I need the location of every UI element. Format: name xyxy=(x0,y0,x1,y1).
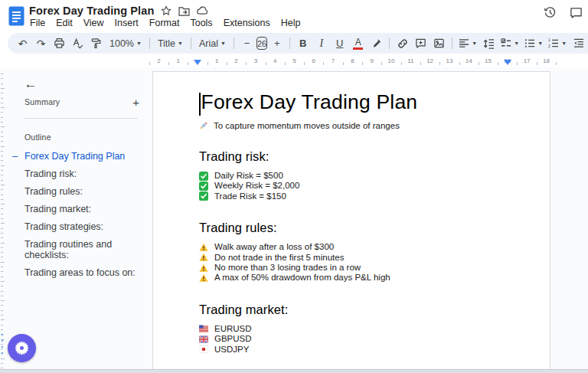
version-history-icon[interactable] xyxy=(544,6,557,19)
italic-button[interactable]: I xyxy=(312,34,330,52)
decrease-indent-button[interactable] xyxy=(570,34,587,52)
google-docs-window: Forex Day Trading Plan FileEditViewInser… xyxy=(0,0,588,373)
doc-list-item[interactable]: Weekly Risk = $2,000 xyxy=(199,181,507,191)
doc-list-item[interactable]: No more than 3 losing trades in a row xyxy=(199,263,507,273)
menu-format[interactable]: Format xyxy=(144,16,185,30)
indent-marker[interactable] xyxy=(504,60,511,65)
summary-label: Summary xyxy=(24,97,60,106)
bulleted-list-button[interactable]: ▼ xyxy=(522,34,545,52)
paint-format-button[interactable] xyxy=(87,34,105,52)
undo-button[interactable]: ↶ xyxy=(14,34,31,52)
align-button[interactable]: ▼ xyxy=(456,34,479,52)
menu-edit[interactable]: Edit xyxy=(51,16,78,30)
menu-insert[interactable]: Insert xyxy=(109,16,144,30)
vruler-tick xyxy=(1,305,3,306)
svg-text:2: 2 xyxy=(548,44,550,48)
ruler-number: 1 xyxy=(176,57,179,64)
paragraph-style-select[interactable]: Title▼ xyxy=(154,34,187,52)
close-outline-button[interactable]: ← xyxy=(20,74,41,95)
menu-file[interactable]: File xyxy=(24,16,51,30)
font-family-select[interactable]: Arial▼ xyxy=(195,34,230,52)
cloud-status-icon[interactable] xyxy=(197,6,209,15)
horizontal-ruler[interactable]: 21123456789101112131415161718 xyxy=(142,55,588,67)
ruler-number: 6 xyxy=(312,57,315,64)
outline-item[interactable]: Trading routines and checklists: xyxy=(6,235,145,263)
toolbar-divider xyxy=(389,38,390,49)
decrease-font-size-button[interactable]: − xyxy=(238,34,256,52)
menu-view[interactable]: View xyxy=(78,16,109,30)
toolbar-divider xyxy=(452,38,452,49)
numbered-list-button[interactable]: 1 2 ▼ xyxy=(546,34,569,52)
redo-button[interactable]: ↷ xyxy=(32,34,50,52)
doc-list-item[interactable]: EURUSD xyxy=(199,324,507,334)
vertical-ruler[interactable] xyxy=(0,67,6,373)
doc-list-text: USDJPY xyxy=(214,345,249,355)
vruler-tick xyxy=(1,151,3,152)
star-icon[interactable] xyxy=(161,5,172,16)
svg-text:1: 1 xyxy=(548,38,550,42)
menu-help[interactable]: Help xyxy=(276,16,306,30)
outline-item[interactable]: Trading risk: xyxy=(6,165,145,182)
doc-list-text: Weekly Risk = $2,000 xyxy=(214,181,299,191)
doc-list-item[interactable]: Daily Risk = $500 xyxy=(199,171,507,181)
doc-body-title[interactable]: Forex Day Trading Plan xyxy=(201,90,418,114)
doc-list-item[interactable]: A max of 50% drawdown from days P&L high xyxy=(199,273,507,283)
chevron-down-icon: ▼ xyxy=(136,41,142,46)
document-title[interactable]: Forex Day Trading Plan xyxy=(29,5,154,17)
docs-logo-icon[interactable] xyxy=(8,6,24,26)
spellcheck-button[interactable] xyxy=(69,34,87,52)
outline-item[interactable]: Trading strategies: xyxy=(6,218,145,235)
warning-emoji xyxy=(199,243,208,252)
document-page[interactable]: Forex Day Trading Plan To capture moment… xyxy=(152,71,550,373)
outline-label: Outline xyxy=(24,133,51,142)
print-button[interactable] xyxy=(51,34,68,52)
section-heading[interactable]: Trading market: xyxy=(199,303,507,317)
vruler-tick xyxy=(1,165,5,166)
ruler-number: 12 xyxy=(426,57,433,64)
section-heading[interactable]: Trading risk: xyxy=(199,149,507,164)
doc-list-item[interactable]: Walk away after a loss of $300 xyxy=(199,242,507,252)
indent-marker[interactable] xyxy=(194,60,201,65)
increase-font-size-button[interactable]: + xyxy=(268,34,286,52)
check-emoji xyxy=(199,191,208,201)
outline-item[interactable]: Trading areas to focus on: xyxy=(6,263,145,281)
bold-button[interactable]: B xyxy=(294,34,312,52)
doc-list-text: Do not trade in the first 5 minutes xyxy=(214,253,344,263)
section-heading[interactable]: Trading rules: xyxy=(199,221,507,235)
outline-item[interactable]: Forex Day Trading Plan xyxy=(6,147,145,165)
add-comment-button[interactable] xyxy=(412,34,430,52)
font-size-input[interactable]: 26 xyxy=(256,37,267,50)
doc-tagline[interactable]: To capture momentum moves outside of ran… xyxy=(199,121,507,130)
doc-list-item[interactable]: Do not trade in the first 5 minutes xyxy=(199,253,507,263)
flag-jp-emoji xyxy=(199,345,208,354)
doc-list-text: GBPUSD xyxy=(214,334,252,344)
text-color-button[interactable]: A xyxy=(349,34,367,52)
insert-image-button[interactable] xyxy=(430,34,448,52)
chevron-down-icon: ▼ xyxy=(178,41,183,46)
doc-list-item[interactable]: GBPUSD xyxy=(199,334,507,344)
outline-item[interactable]: Trading rules: xyxy=(6,182,145,200)
doc-list-item[interactable]: USDJPY xyxy=(199,345,507,355)
gemini-fab-button[interactable] xyxy=(8,334,36,362)
menu-tools[interactable]: Tools xyxy=(185,16,217,30)
vruler-tick xyxy=(1,315,3,316)
move-folder-icon[interactable] xyxy=(178,6,190,16)
vruler-tick xyxy=(1,155,3,156)
outline-sidebar: ← Summary + Outline Forex Day Trading Pl… xyxy=(6,67,145,373)
highlight-color-button[interactable] xyxy=(368,34,385,52)
chevron-down-icon: ▼ xyxy=(537,41,543,46)
add-summary-button[interactable]: + xyxy=(132,96,139,109)
outline-item[interactable]: Trading market: xyxy=(6,200,145,218)
doc-section: Trading rules:Walk away after a loss of … xyxy=(199,221,507,283)
checklist-button[interactable]: ▼ xyxy=(498,34,521,52)
warning-emoji xyxy=(199,273,208,283)
line-spacing-button[interactable] xyxy=(480,34,498,52)
underline-button[interactable]: U xyxy=(331,34,348,52)
ruler-number: 17 xyxy=(524,57,531,64)
zoom-select[interactable]: 100%▼ xyxy=(106,34,145,52)
menu-extensions[interactable]: Extensions xyxy=(218,16,276,30)
vruler-tick xyxy=(1,300,5,301)
comments-icon[interactable] xyxy=(570,7,583,19)
insert-link-button[interactable] xyxy=(394,34,411,52)
doc-list-item[interactable]: Trade Risk = $150 xyxy=(199,191,507,201)
